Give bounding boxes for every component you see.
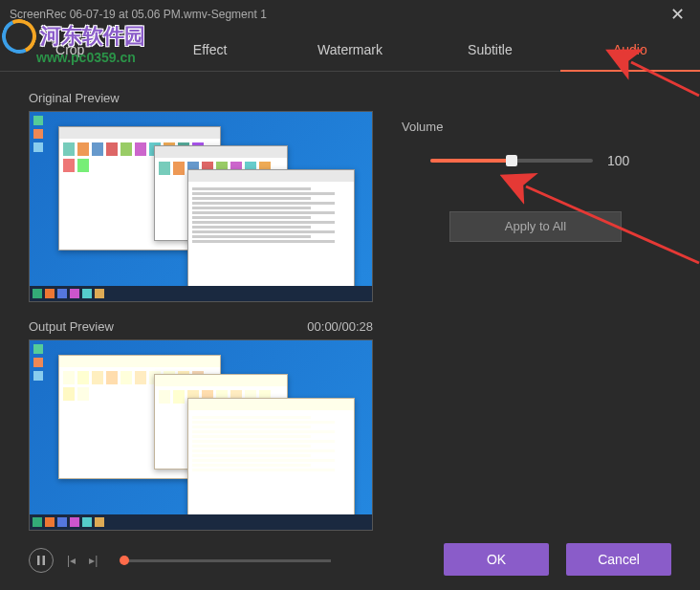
output-preview-title: Output Preview xyxy=(29,319,114,334)
volume-slider-thumb[interactable] xyxy=(506,155,517,166)
svg-rect-1 xyxy=(43,556,46,565)
tab-audio[interactable]: Audio xyxy=(560,29,700,71)
volume-label: Volume xyxy=(402,120,671,134)
playback-controls: |◂ ▸| xyxy=(29,548,331,573)
svg-rect-0 xyxy=(37,556,40,565)
audio-panel: Volume 100 Apply to All xyxy=(402,91,671,548)
pause-button[interactable] xyxy=(29,548,54,573)
tab-bar: Crop Effect Watermark Subtitle Audio xyxy=(0,29,700,72)
progress-thumb[interactable] xyxy=(120,556,129,565)
original-preview xyxy=(29,111,373,302)
prev-frame-button[interactable]: |◂ xyxy=(67,554,76,567)
original-preview-label: Original Preview xyxy=(29,91,373,105)
original-preview-title: Original Preview xyxy=(29,91,120,105)
tab-crop[interactable]: Crop xyxy=(0,29,140,71)
volume-slider[interactable] xyxy=(430,159,593,163)
output-preview-time: 00:00/00:28 xyxy=(307,319,373,334)
output-preview-label: Output Preview 00:00/00:28 xyxy=(29,319,373,334)
tab-watermark[interactable]: Watermark xyxy=(280,29,420,71)
tab-subtitle[interactable]: Subtitle xyxy=(420,29,559,71)
tab-effect[interactable]: Effect xyxy=(140,29,279,71)
output-preview xyxy=(29,339,373,531)
ok-button[interactable]: OK xyxy=(444,543,549,576)
titlebar: ScreenRec 06-07-19 at 05.06 PM.wmv-Segme… xyxy=(0,0,700,29)
close-icon[interactable]: ✕ xyxy=(665,2,690,27)
volume-value: 100 xyxy=(607,153,641,168)
action-buttons: OK Cancel xyxy=(444,543,671,576)
preview-column: Original Preview Output Preview 00:00/00… xyxy=(29,91,373,548)
progress-slider[interactable] xyxy=(120,559,331,562)
volume-slider-fill xyxy=(430,159,512,163)
window-title: ScreenRec 06-07-19 at 05.06 PM.wmv-Segme… xyxy=(10,8,267,21)
apply-to-all-button[interactable]: Apply to All xyxy=(449,211,622,242)
main-content: Original Preview Output Preview 00:00/00… xyxy=(0,72,700,548)
next-frame-button[interactable]: ▸| xyxy=(89,554,98,567)
volume-slider-row: 100 xyxy=(402,153,671,168)
cancel-button[interactable]: Cancel xyxy=(566,543,671,576)
